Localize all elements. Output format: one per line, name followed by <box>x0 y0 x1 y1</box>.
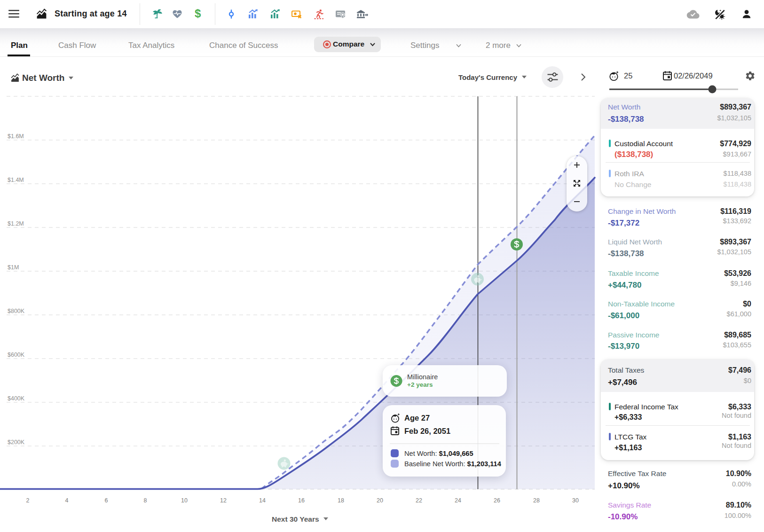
svg-text:$1.2M: $1.2M <box>8 220 24 227</box>
svg-text:$800K: $800K <box>8 308 25 314</box>
svg-text:$400K: $400K <box>8 395 25 402</box>
svg-text:18: 18 <box>338 497 344 504</box>
svg-text:+2 years: +2 years <box>407 381 433 388</box>
svg-text:Baseline Net Worth: $1,203,114: Baseline Net Worth: $1,203,114 <box>404 460 502 468</box>
svg-text:4: 4 <box>65 497 69 504</box>
svg-text:20: 20 <box>377 497 383 504</box>
svg-text:2: 2 <box>26 497 30 504</box>
svg-text:Age 27: Age 27 <box>404 414 430 422</box>
svg-text:$1.6M: $1.6M <box>8 133 24 140</box>
svg-text:$600K: $600K <box>8 352 25 358</box>
svg-text:28: 28 <box>533 497 540 504</box>
svg-text:10: 10 <box>181 497 188 504</box>
svg-text:$1M: $1M <box>8 264 19 271</box>
svg-text:$1.4M: $1.4M <box>8 177 24 183</box>
svg-text:6: 6 <box>105 497 108 504</box>
svg-text:16: 16 <box>298 497 305 504</box>
svg-text:26: 26 <box>494 497 500 504</box>
svg-text:8: 8 <box>144 497 147 504</box>
svg-text:22: 22 <box>416 497 422 504</box>
svg-text:14: 14 <box>259 497 266 504</box>
svg-text:$200K: $200K <box>8 439 25 446</box>
svg-text:24: 24 <box>455 497 461 504</box>
svg-text:Feb 26, 2051: Feb 26, 2051 <box>404 427 450 435</box>
svg-text:Millionaire: Millionaire <box>407 373 438 381</box>
svg-text:30: 30 <box>572 497 579 504</box>
svg-text:Net Worth: $1,049,665: Net Worth: $1,049,665 <box>404 450 473 457</box>
svg-text:12: 12 <box>220 497 227 504</box>
